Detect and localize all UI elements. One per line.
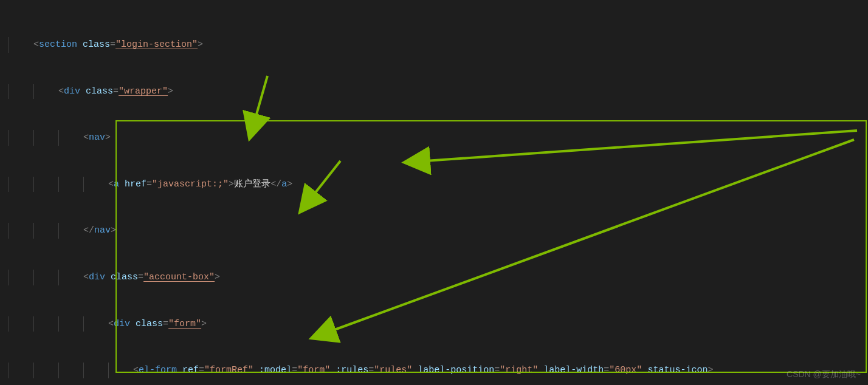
code-line: </nav>: [0, 223, 868, 239]
watermark-text: CSDN @要加油哦~: [787, 369, 861, 380]
code-line: <div class="account-box">: [0, 270, 868, 285]
code-line: <div class="wrapper">: [0, 84, 868, 100]
code-line: <a href="javascript:;">账户登录</a>: [0, 177, 868, 192]
code-line: <nav>: [0, 130, 868, 146]
code-editor[interactable]: <section class="login-section"> <div cla…: [0, 0, 868, 385]
code-line: <el-form ref="formRef" :model="form" :ru…: [0, 363, 868, 378]
code-line: <div class="form">: [0, 316, 868, 332]
code-line: <section class="login-section">: [0, 37, 868, 53]
